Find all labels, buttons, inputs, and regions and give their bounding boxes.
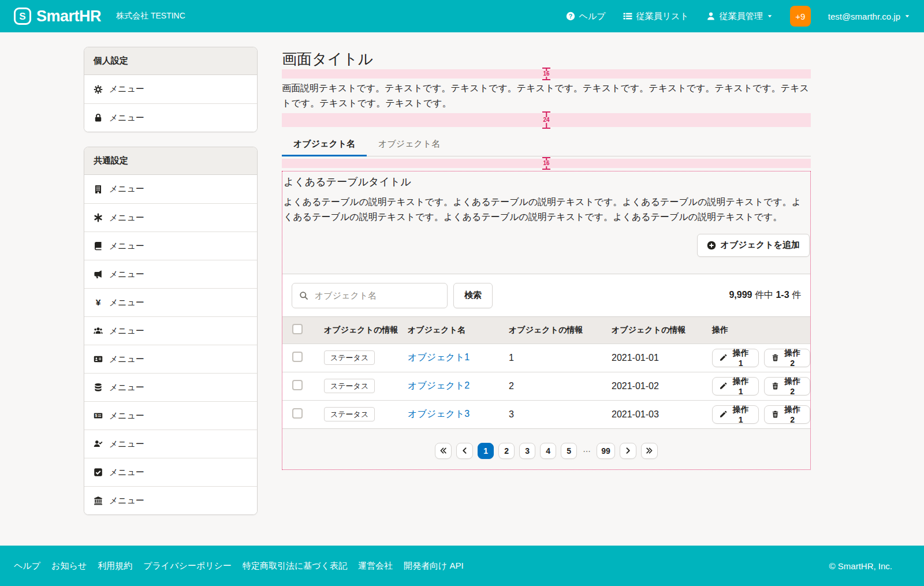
- delete-action-button[interactable]: 操作2: [764, 377, 811, 395]
- trash-icon: [772, 354, 779, 361]
- footer: ヘルプ お知らせ 利用規約 プライバシーポリシー 特定商取引法に基づく表記 運営…: [0, 546, 924, 586]
- edit-action-button[interactable]: 操作1: [712, 405, 759, 424]
- trash-icon: [772, 410, 779, 418]
- search-row: 検索 9,999 件中 1-3 件: [282, 274, 810, 316]
- pagination-page-2[interactable]: 2: [498, 443, 515, 459]
- sidebar-item-menu[interactable]: メニュー: [84, 260, 257, 288]
- pagination: 1 2 3 4 5 ⋯ 99: [282, 443, 810, 459]
- asterisk-icon: [94, 213, 103, 222]
- gear-icon: [94, 85, 103, 94]
- main-panel: 画面タイトル 16 画面説明テキストです。テキストです。テキストです。テキストで…: [282, 47, 811, 546]
- sidebar-item-menu[interactable]: メニュー: [84, 288, 257, 316]
- account-menu-dropdown[interactable]: test@smarthr.co.jp: [828, 12, 910, 21]
- list-icon: [623, 12, 632, 21]
- pagination-next-button[interactable]: [620, 443, 636, 459]
- edit-action-button[interactable]: 操作1: [712, 349, 759, 367]
- tab-bar: オブジェクト名 オブジェクト名: [282, 132, 811, 156]
- table-row: ステータス オブジェクト3 3 2021-01-03 操作1 操作2: [282, 400, 810, 428]
- sidebar-item-menu[interactable]: メニュー: [84, 75, 257, 103]
- footer-link-commerce-law[interactable]: 特定商取引法に基づく表記: [243, 561, 347, 572]
- status-tag: ステータス: [324, 350, 375, 365]
- yen-icon: [94, 298, 103, 307]
- pagination-first-button[interactable]: [435, 443, 452, 459]
- status-tag: ステータス: [324, 379, 375, 394]
- footer-link-terms[interactable]: 利用規約: [98, 561, 132, 572]
- status-tag: ステータス: [324, 407, 375, 422]
- page-title: 画面タイトル: [282, 50, 811, 68]
- pagination-page-1[interactable]: 1: [478, 443, 494, 459]
- footer-link-news[interactable]: お知らせ: [51, 561, 87, 572]
- add-object-button[interactable]: オブジェクトを追加: [697, 234, 810, 257]
- pagination-page-4[interactable]: 4: [540, 443, 556, 459]
- sidebar-item-menu[interactable]: メニュー: [84, 316, 257, 345]
- nav-employee-admin-dropdown[interactable]: 従業員管理: [706, 11, 773, 22]
- double-chevron-right-icon: [646, 447, 653, 454]
- money-check-icon: [94, 411, 103, 420]
- sidebar-section-personal: 個人設定 メニュー メニュー: [84, 47, 258, 132]
- column-header: オブジェクトの情報: [324, 325, 408, 335]
- pagination-last-button[interactable]: [641, 443, 658, 459]
- sidebar-item-menu[interactable]: メニュー: [84, 232, 257, 260]
- spacing-marker-24: 24: [282, 113, 811, 127]
- nav-employee-list[interactable]: 従業員リスト: [623, 11, 689, 22]
- footer-link-developer-api[interactable]: 開発者向け API: [404, 561, 464, 572]
- row-checkbox[interactable]: [292, 380, 303, 390]
- sidebar-item-menu[interactable]: メニュー: [84, 430, 257, 458]
- footer-links: ヘルプ お知らせ 利用規約 プライバシーポリシー 特定商取引法に基づく表記 運営…: [14, 561, 464, 572]
- table-section: よくあるテーブルタイトル よくあるテーブルの説明テキストです。よくあるテーブルの…: [282, 171, 811, 469]
- users-group-icon: [94, 326, 103, 335]
- delete-action-button[interactable]: 操作2: [764, 349, 811, 367]
- search-button[interactable]: 検索: [453, 283, 493, 308]
- sidebar-item-menu[interactable]: メニュー: [84, 175, 257, 203]
- search-input[interactable]: [314, 290, 440, 301]
- pagination-page-5[interactable]: 5: [561, 443, 577, 459]
- chevron-left-icon: [461, 447, 468, 454]
- nav-help[interactable]: ヘルプ: [566, 11, 606, 22]
- tab-object-name[interactable]: オブジェクト名: [367, 132, 452, 156]
- caret-down-icon: [767, 13, 773, 19]
- row-checkbox[interactable]: [292, 408, 303, 419]
- tab-object-name-active[interactable]: オブジェクト名: [282, 132, 367, 156]
- delete-action-button[interactable]: 操作2: [764, 405, 811, 424]
- column-header: オブジェクトの情報: [612, 325, 712, 335]
- result-count: 9,999 件中 1-3 件: [729, 289, 801, 301]
- search-icon: [299, 291, 308, 300]
- smarthr-logo[interactable]: S SmartHR: [14, 8, 101, 25]
- table-row: ステータス オブジェクト1 1 2021-01-01 操作1 操作2: [282, 344, 810, 372]
- id-card-icon: [94, 354, 103, 364]
- pagination-prev-button[interactable]: [456, 443, 473, 459]
- search-box: [292, 283, 448, 308]
- sidebar-item-menu[interactable]: メニュー: [84, 486, 257, 514]
- sidebar-item-menu[interactable]: メニュー: [84, 373, 257, 401]
- footer-link-privacy[interactable]: プライバシーポリシー: [143, 561, 232, 572]
- table-row: ステータス オブジェクト2 2 2021-01-02 操作1 操作2: [282, 372, 810, 400]
- chevron-right-icon: [624, 447, 632, 454]
- table-section-description: よくあるテーブルの説明テキストです。よくあるテーブルの説明テキストです。よくある…: [282, 195, 810, 225]
- sidebar-item-menu[interactable]: メニュー: [84, 103, 257, 132]
- select-all-checkbox[interactable]: [292, 324, 303, 334]
- footer-link-company[interactable]: 運営会社: [358, 561, 393, 572]
- top-nav: ヘルプ 従業員リスト 従業員管理 +9 test@smarthr.co.jp: [566, 6, 910, 27]
- object-link[interactable]: オブジェクト3: [408, 409, 470, 419]
- row-checkbox[interactable]: [292, 352, 303, 362]
- content-area: 個人設定 メニュー メニュー 共通設定 メニュー メニュー: [0, 32, 924, 546]
- sidebar-item-menu[interactable]: メニュー: [84, 345, 257, 373]
- sidebar-item-menu[interactable]: メニュー: [84, 458, 257, 486]
- object-info: 1: [509, 353, 612, 363]
- edit-action-button[interactable]: 操作1: [712, 377, 759, 395]
- object-link[interactable]: オブジェクト1: [408, 352, 470, 362]
- plus-circle-icon: [707, 241, 716, 250]
- company-name: 株式会社 TESTINC: [116, 11, 185, 21]
- object-link[interactable]: オブジェクト2: [408, 380, 470, 390]
- lock-icon: [94, 113, 103, 122]
- sidebar-item-menu[interactable]: メニュー: [84, 401, 257, 430]
- add-object-row: オブジェクトを追加: [282, 234, 810, 257]
- sidebar-item-menu[interactable]: メニュー: [84, 203, 257, 232]
- bullhorn-icon: [94, 270, 103, 279]
- pagination-page-3[interactable]: 3: [519, 443, 535, 459]
- app-root: S SmartHR 株式会社 TESTINC ヘルプ 従業員リスト 従業員管理 …: [0, 0, 924, 586]
- notification-badge[interactable]: +9: [790, 6, 811, 27]
- footer-link-help[interactable]: ヘルプ: [14, 561, 40, 572]
- table-section-title: よくあるテーブルタイトル: [282, 176, 810, 189]
- pagination-page-99[interactable]: 99: [597, 443, 615, 459]
